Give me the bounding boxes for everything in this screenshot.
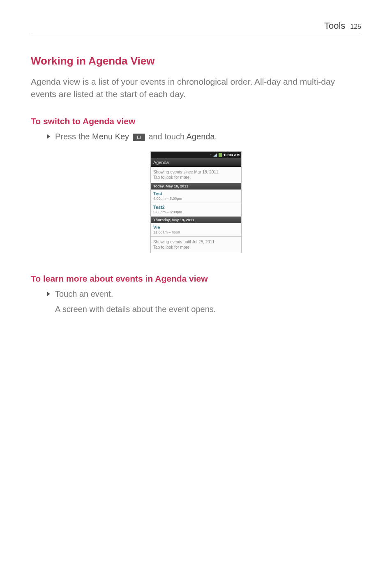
keyword-menu-key: Menu Key	[92, 132, 129, 141]
agenda-bottom-info[interactable]: Showing events until Jul 25, 2011. Tap t…	[151, 237, 241, 253]
agenda-event-1[interactable]: Test 4:00pm – 5:00pm	[151, 190, 241, 203]
menu-key-inner-icon	[137, 136, 141, 139]
agenda-bottom-line1: Showing events until Jul 25, 2011.	[153, 239, 239, 245]
event-time: 5:00pm – 6:00pm	[153, 210, 239, 214]
page-header: Tools 125	[31, 21, 361, 34]
detail-text: A screen with details about the event op…	[55, 305, 361, 314]
bullet-touch-text: Touch an event.	[55, 289, 113, 299]
section-intro: Agenda view is a list of your events in …	[31, 76, 361, 101]
status-misc-icon: ▪	[210, 153, 212, 157]
text-fragment: .	[215, 132, 217, 141]
agenda-day-header-2: Thursday, May 19, 2011	[151, 217, 241, 223]
event-time: 4:00pm – 5:00pm	[153, 196, 239, 201]
agenda-top-info[interactable]: Showing events since Mar 18, 2011. Tap t…	[151, 167, 241, 183]
event-title: Test2	[153, 205, 239, 210]
section-title: Working in Agenda View	[31, 55, 361, 67]
subsection-learn-title: To learn more about events in Agenda vie…	[31, 274, 361, 284]
text-fragment: Press the	[55, 132, 92, 141]
subsection-switch-title: To switch to Agenda view	[31, 116, 361, 126]
text-fragment: and touch	[146, 132, 187, 141]
keyword-agenda: Agenda	[187, 132, 215, 141]
bullet-touch-event: Touch an event.	[47, 289, 361, 299]
event-time: 11:00am – noon	[153, 230, 239, 234]
bullet-icon	[47, 134, 50, 139]
header-category: Tools	[324, 21, 345, 31]
event-title: Test	[153, 191, 239, 196]
bullet-icon	[47, 292, 50, 296]
agenda-event-2[interactable]: Test2 5:00pm – 6:00pm	[151, 203, 241, 217]
agenda-bottom-line2: Tap to look for more.	[153, 245, 239, 250]
phone-screenshot: ▪ 10:03 AM Agenda Showing events since M…	[150, 151, 242, 253]
status-bar: ▪ 10:03 AM	[151, 152, 241, 158]
status-time: 10:03 AM	[224, 153, 240, 157]
agenda-day-header-1: Today, May 18, 2011	[151, 183, 241, 190]
event-title: Vie	[153, 225, 239, 230]
bullet-switch-agenda: Press the Menu Key and touch Agenda.	[47, 132, 361, 141]
menu-key-icon	[133, 134, 145, 141]
signal-icon	[213, 153, 217, 157]
bullet-switch-text: Press the Menu Key and touch Agenda.	[55, 132, 217, 141]
header-page-number: 125	[350, 23, 361, 30]
battery-icon	[219, 153, 222, 157]
agenda-title-bar: Agenda	[151, 158, 241, 167]
agenda-event-3[interactable]: Vie 11:00am – noon	[151, 223, 241, 237]
agenda-top-line1: Showing events since Mar 18, 2011.	[153, 169, 239, 175]
agenda-top-line2: Tap to look for more.	[153, 175, 239, 180]
